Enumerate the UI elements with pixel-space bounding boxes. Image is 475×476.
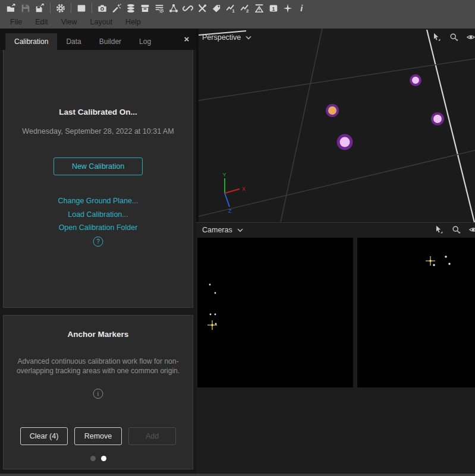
log-warning-icon[interactable] (254, 3, 265, 14)
cameras-visibility-icon[interactable] (469, 225, 475, 235)
camera-view-1[interactable] (197, 238, 353, 387)
page-dot-1[interactable] (90, 456, 96, 461)
main-toolbar: 121i (0, 0, 475, 16)
perspective-zoom-tool-icon[interactable] (449, 33, 460, 43)
perspective-select-tool-icon[interactable] (432, 33, 442, 43)
marker-pink[interactable] (411, 75, 420, 85)
marker-pink[interactable] (432, 114, 443, 124)
pane-tab-bar: CalibrationDataBuilderLog (0, 29, 196, 50)
menu-layout[interactable]: Layout (84, 16, 119, 29)
camera-marker-dot (210, 314, 212, 316)
perspective-header: Perspective (202, 33, 251, 42)
data-streams-icon[interactable] (125, 3, 136, 14)
selected-marker-dot (211, 324, 213, 326)
link-change-ground-plane[interactable]: Change Ground Plane... (4, 194, 193, 208)
menu-help[interactable]: Help (119, 16, 147, 29)
cameras-pane: Cameras (196, 222, 475, 476)
anchor-markers-title: Anchor Markers (4, 330, 193, 339)
camera-marker-dot (445, 256, 447, 258)
close-pane-icon[interactable]: × (181, 34, 192, 45)
axis-x-label: X (242, 186, 246, 192)
anchor-markers-section: Anchor Markers Advanced continuous calib… (3, 315, 193, 469)
settings-gear-icon[interactable] (55, 3, 66, 14)
properties-list-icon[interactable] (154, 3, 165, 14)
new-calibration-button[interactable]: New Calibration (54, 157, 143, 175)
menu-view[interactable]: View (55, 16, 84, 29)
menu-bar: FileEditViewLayoutHelp (0, 16, 475, 29)
marker-pink[interactable] (338, 135, 351, 149)
grid-line (199, 150, 475, 216)
layout-preset-1-icon[interactable]: 1 (268, 3, 279, 14)
perspective-viewport[interactable]: YXZ Perspective (199, 29, 475, 222)
menu-edit[interactable]: Edit (29, 16, 55, 29)
tab-log[interactable]: Log (130, 33, 160, 50)
axis-x (225, 189, 240, 193)
camera-marker-dot (215, 323, 217, 325)
menu-file[interactable]: File (4, 16, 29, 29)
anchor-buttons-row: Clear (4)RemoveAdd (4, 427, 193, 445)
motive-window: 121i FileEditViewLayoutHelp CalibrationD… (0, 0, 475, 476)
cameras-view-selector[interactable]: Cameras (202, 226, 232, 234)
link-chain-icon[interactable] (183, 3, 193, 14)
tab-builder[interactable]: Builder (90, 33, 130, 50)
toolbar-separator (50, 3, 51, 13)
grid-line (281, 29, 322, 222)
camera-view-2[interactable] (357, 238, 475, 387)
info-icon[interactable]: i (297, 3, 307, 14)
axis-z (225, 193, 229, 207)
camera-marker-dot (209, 284, 211, 286)
clear-4-button[interactable]: Clear (4) (20, 427, 68, 445)
link-open-calibration-folder[interactable]: Open Calibration Folder (4, 221, 193, 235)
last-calibrated-title: Last Calibrated On... (4, 108, 193, 116)
cameras-tools (435, 225, 475, 235)
3d-scene[interactable]: YXZ (199, 29, 475, 222)
marker-star-icon[interactable] (282, 3, 293, 14)
open-file-icon[interactable] (6, 3, 17, 14)
graph-view-1-icon[interactable]: 1 (225, 3, 236, 14)
last-calibrated-date: Wednesday, September 28, 2022 at 10:31 A… (4, 127, 193, 135)
info-icon[interactable]: i (93, 389, 103, 399)
toolbar-separator (92, 3, 92, 13)
link-load-calibration[interactable]: Load Calibration... (4, 208, 193, 222)
graph-view-2-icon[interactable]: 2 (240, 3, 250, 14)
cameras-header: Cameras (196, 222, 475, 238)
add-button: Add (128, 427, 176, 445)
calibration-section: Last Calibrated On... Wednesday, Septemb… (3, 50, 193, 308)
layout-window-icon[interactable] (76, 3, 87, 14)
help-icon[interactable]: ? (93, 237, 103, 247)
asset-nodes-icon[interactable] (168, 3, 179, 14)
marker-orange[interactable] (327, 105, 338, 116)
save-icon (20, 3, 31, 14)
tab-calibration[interactable]: Calibration (5, 33, 57, 50)
viewport-area: YXZ Perspective Cameras (196, 29, 475, 476)
camera-icon[interactable] (97, 3, 108, 14)
remove-button[interactable]: Remove (74, 427, 122, 445)
perspective-view-selector[interactable]: Perspective (202, 33, 241, 42)
edit-tools-icon[interactable] (197, 3, 207, 14)
camera-marker-dot (448, 263, 451, 265)
labels-tag-icon[interactable] (211, 3, 222, 14)
save-as-icon[interactable] (34, 3, 45, 14)
anchor-markers-description: Advanced continuous calibration work flo… (8, 357, 188, 376)
camera-marker-dot (215, 314, 216, 316)
window-bottom-strip (0, 474, 475, 476)
chevron-down-icon (237, 228, 243, 232)
grid-line (199, 59, 475, 100)
page-indicator (4, 456, 193, 461)
svg-text:i: i (300, 4, 303, 13)
chevron-down-icon (246, 36, 251, 40)
cameras-select-tool-icon[interactable] (435, 225, 445, 235)
perspective-visibility-icon[interactable] (467, 33, 475, 43)
grid-line (427, 30, 474, 222)
camera-marker-dot (433, 264, 435, 266)
calibration-wand-icon[interactable] (111, 3, 122, 14)
svg-text:2: 2 (246, 8, 249, 14)
svg-text:1: 1 (272, 5, 275, 11)
svg-text:1: 1 (232, 8, 235, 14)
tab-data[interactable]: Data (57, 33, 90, 50)
page-dot-2[interactable] (101, 456, 106, 461)
cameras-zoom-tool-icon[interactable] (452, 225, 462, 235)
archive-box-icon[interactable] (140, 3, 150, 14)
toolbar-separator (71, 3, 71, 13)
perspective-tools (432, 33, 475, 43)
